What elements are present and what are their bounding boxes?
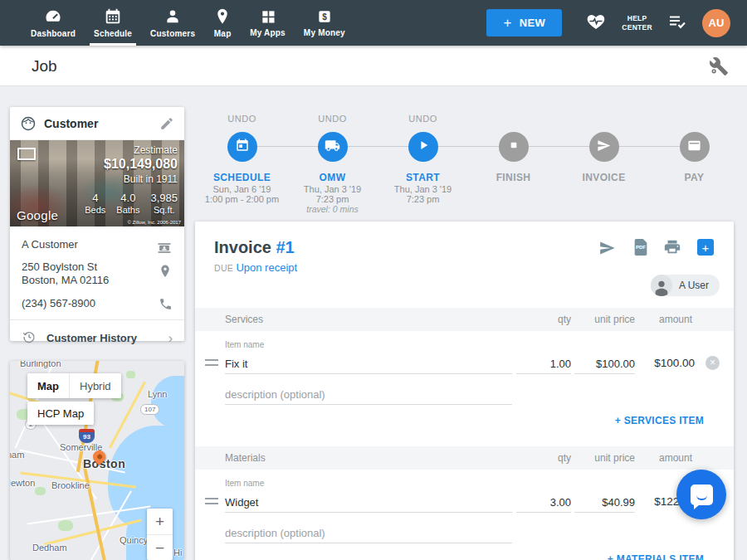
nav-map[interactable]: Map [204,0,241,46]
material-name-input[interactable] [225,493,512,513]
nav-my-money[interactable]: $ My Money [295,0,354,46]
built-year: Built in 1911 [104,173,178,185]
timeline-step-omw: UNDO OMW Thu, Jan 3 '19 7:23 pm travel: … [287,110,378,218]
job-tools-icon[interactable] [709,56,729,80]
qty-column-header: qty [516,452,571,464]
property-photo[interactable]: Zestimate $10,149,080 Built in 1911 4 Be… [10,140,184,226]
material-description-input[interactable] [225,523,512,543]
invoice-due: DUE Upon receipt [214,261,297,274]
customer-card-header: Customer [10,107,184,140]
map-label-waltham: ham [10,450,24,460]
materials-section-label: Materials [225,452,266,464]
omw-step-button[interactable] [318,132,348,162]
customer-history-link[interactable]: Customer History › [22,320,173,357]
chat-launcher-button[interactable] [676,470,726,519]
help-center-line1: HELP [622,14,652,23]
page-header: Job [0,46,747,86]
undo-start-button[interactable]: UNDO [378,114,468,124]
address-line2: Boston, MA 02116 [22,274,148,287]
undo-schedule-button[interactable]: UNDO [197,114,287,124]
person-icon [164,7,182,26]
map-label-lynn: Lynn [148,389,167,399]
timeline-step-start: UNDO START Thu, Jan 3 '19 7:23 pm [378,110,468,218]
chevron-right-icon: › [168,332,173,345]
stop-icon [507,139,520,155]
avatar[interactable]: AU [702,9,730,37]
plus-icon: + [503,16,511,30]
remove-service-item-button[interactable]: × [706,356,720,370]
omw-date: Thu, Jan 3 '19 [287,184,378,194]
map-type-map-button[interactable]: Map [27,373,69,398]
undo-omw-button[interactable]: UNDO [287,114,378,124]
map-widget[interactable]: Burlington Lynn 107 2 93 Somerville ham … [10,361,184,560]
customer-address-row: 250 Boylston St Boston, MA 02116 [22,261,173,288]
dashboard-gauge-icon [44,7,62,26]
service-description-input[interactable] [225,385,512,405]
help-center-line2: CENTER [622,23,652,32]
customer-name: A Customer [22,238,148,251]
pdf-icon[interactable]: PDF [632,237,650,261]
drag-handle-icon[interactable] [205,359,218,366]
send-invoice-icon[interactable] [598,240,617,260]
customer-phone-row: (234) 567-8900 [22,297,173,309]
map-label-burlington: Burlington [20,361,61,368]
start-step-button[interactable] [408,132,438,162]
assigned-user-name: A User [679,280,709,291]
checklist-icon[interactable] [667,12,687,35]
location-pin-icon[interactable] [158,264,173,279]
nav-schedule[interactable]: Schedule [85,0,141,46]
nav-customers-label: Customers [150,29,195,38]
map-type-control: Map Hybrid [27,373,121,398]
new-button[interactable]: + NEW [486,9,562,37]
google-logo: Google [17,208,58,222]
schedule-step-button[interactable] [227,132,257,162]
nav-spacer [354,0,487,46]
streetview-toggle-icon[interactable] [17,148,36,160]
nav-right: HELP CENTER AU [562,0,747,46]
nav-dashboard[interactable]: Dashboard [22,0,85,46]
map-label-newton: Newton [10,478,35,488]
invoice-step-button[interactable] [589,132,619,162]
material-qty-input[interactable] [516,493,571,513]
finish-step-button[interactable] [499,132,529,162]
sqft-value: 3,985 [150,192,178,204]
add-services-item-link[interactable]: + SERVICES ITEM [615,415,704,426]
invoice-title: Invoice #1 [214,238,295,257]
drag-handle-icon[interactable] [205,498,218,504]
zoom-in-button[interactable]: + [147,509,173,534]
map-type-hybrid-button[interactable]: Hybrid [69,373,121,398]
service-qty-input[interactable] [516,354,571,374]
nav-my-apps[interactable]: My Apps [241,0,295,46]
due-label: DUE [214,263,233,273]
hcp-map-button[interactable]: HCP Map [27,402,94,425]
map-park [35,487,46,495]
due-value-link[interactable]: Upon receipt [236,261,297,274]
pay-step-button[interactable] [680,132,710,162]
start-date: Thu, Jan 3 '19 [378,184,468,194]
heart-pulse-icon[interactable] [585,12,607,35]
help-center-link[interactable]: HELP CENTER [622,14,652,32]
assigned-user-pill[interactable]: A User [651,275,720,296]
service-name-input[interactable] [225,354,512,374]
services-section-label: Services [225,314,263,325]
add-invoice-icon[interactable]: + [697,239,714,256]
truck-icon [325,138,340,157]
phone-icon[interactable] [159,297,173,311]
print-icon[interactable] [663,238,681,260]
add-materials-item-link[interactable]: + MATERIALS ITEM [608,553,704,560]
amount-column-header: amount [627,314,692,325]
qty-column-header: qty [516,314,571,325]
service-item-name-label: Item name [225,340,264,349]
new-button-label: NEW [520,17,546,29]
contact-card-icon[interactable] [156,240,173,256]
schedule-date: Sun, Jan 6 '19 [197,184,287,194]
customer-phone: (234) 567-8900 [22,297,148,309]
baths-value: 4.0 [120,192,135,204]
zoom-out-button[interactable]: − [147,534,173,560]
edit-pencil-icon[interactable] [159,116,174,131]
route-107-badge: 107 [140,404,159,415]
nav-customers[interactable]: Customers [141,0,204,46]
customer-details: A Customer 250 Boylston St Boston, MA 02… [10,226,184,357]
pay-step-label: PAY [649,172,740,183]
timeline-step-invoice: INVOICE [559,110,649,218]
